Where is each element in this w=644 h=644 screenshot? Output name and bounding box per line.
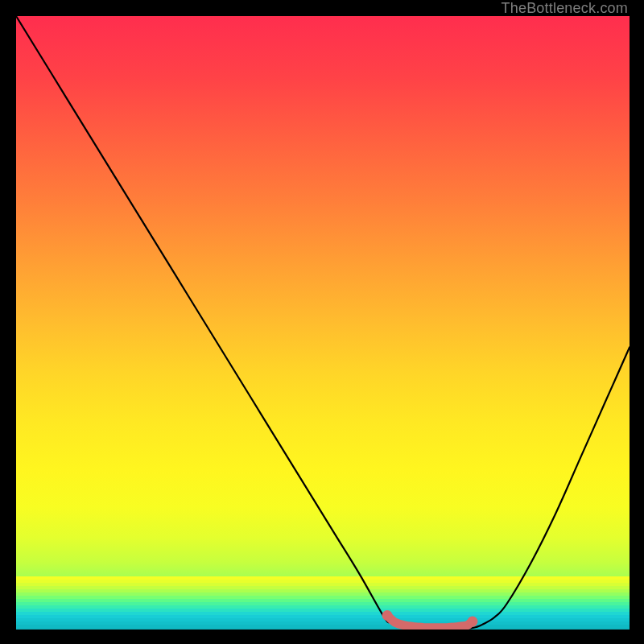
svg-rect-13 [16,618,630,621]
chart-background [16,16,630,630]
chart-svg [16,16,630,630]
watermark-text: TheBottleneck.com [502,0,628,17]
svg-rect-1 [16,580,630,583]
marker-dot [467,617,477,627]
svg-rect-5 [16,592,630,596]
svg-rect-14 [16,621,630,625]
svg-rect-4 [16,589,630,592]
svg-rect-12 [16,615,630,618]
svg-rect-16 [16,628,630,630]
svg-rect-15 [16,625,630,628]
chart-frame [16,16,630,630]
svg-rect-3 [16,586,630,589]
svg-rect-7 [16,599,630,602]
svg-rect-6 [16,596,630,599]
svg-rect-9 [16,605,630,609]
svg-rect-10 [16,609,630,612]
bottom-color-bands [16,576,630,630]
marker-dot [382,610,393,621]
svg-rect-11 [16,612,630,615]
svg-rect-2 [16,583,630,586]
svg-rect-8 [16,602,630,605]
svg-rect-0 [16,576,630,580]
